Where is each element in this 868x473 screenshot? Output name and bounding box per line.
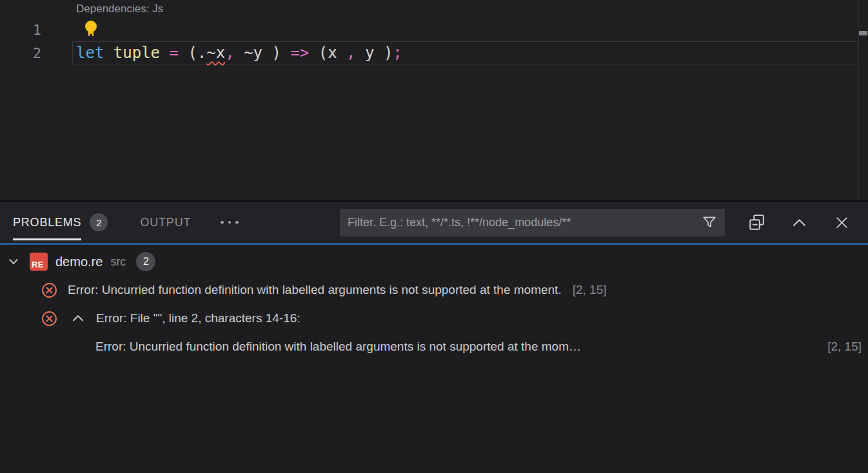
reason-file-icon: RE	[30, 253, 48, 271]
file-problems-count-badge: 2	[136, 252, 155, 271]
problem-row[interactable]: Error: Uncurried function definition wit…	[0, 276, 868, 304]
problem-row[interactable]: Error: File "", line 2, characters 14-16…	[0, 304, 868, 333]
maximize-panel-icon[interactable]	[789, 213, 809, 232]
code-token	[160, 44, 169, 62]
code-token	[104, 44, 113, 62]
code-token	[179, 44, 188, 62]
code-token: ~y )	[235, 44, 291, 62]
problems-file-row[interactable]: RE demo.re src 2	[0, 247, 868, 276]
code-token: (x	[309, 44, 346, 62]
tab-problems[interactable]: PROBLEMS 2	[13, 202, 108, 243]
collapse-all-icon[interactable]	[747, 213, 766, 232]
panel-actions	[747, 213, 851, 232]
code-token: let	[76, 44, 104, 62]
code-token: ,	[346, 44, 355, 62]
filter-input[interactable]	[348, 216, 700, 229]
code-token-error-squiggle: ~x	[206, 44, 225, 62]
code-token: =	[170, 44, 179, 62]
lightbulb-icon[interactable]	[84, 20, 98, 38]
file-path: src	[110, 255, 126, 269]
editor-pane[interactable]: Dependencies: Js 1 2 let tuple = (.~x, ~…	[0, 0, 868, 200]
problem-position: [2, 15]	[827, 340, 868, 354]
code-token: ,	[225, 44, 234, 62]
collapse-multiline-icon[interactable]	[70, 310, 86, 327]
funnel-icon[interactable]	[700, 213, 719, 232]
scrollbar-thumb[interactable]	[859, 31, 867, 35]
more-views-icon[interactable]	[221, 213, 239, 231]
line-number-1[interactable]: 1	[0, 22, 41, 38]
problems-count-badge: 2	[90, 213, 108, 231]
close-panel-icon[interactable]	[832, 213, 851, 232]
tab-output[interactable]: OUTPUT	[140, 202, 191, 243]
problem-position: [2, 15]	[573, 283, 607, 297]
tab-problems-label: PROBLEMS	[13, 202, 81, 243]
problem-message: Error: Uncurried function definition wit…	[95, 340, 581, 354]
problem-row-continuation[interactable]: Error: Uncurried function definition wit…	[0, 333, 868, 361]
error-icon	[41, 310, 58, 327]
file-name: demo.re	[55, 255, 103, 269]
code-token: =>	[290, 44, 309, 62]
line-number-2[interactable]: 2	[0, 45, 41, 61]
code-line[interactable]: let tuple = (.~x, ~y ) => (x , y );	[76, 43, 402, 64]
vscode-window: Dependencies: Js 1 2 let tuple = (.~x, ~…	[0, 0, 868, 473]
reason-file-icon-text: RE	[32, 260, 44, 269]
codelens-link[interactable]: Dependencies: Js	[76, 3, 163, 15]
code-token: (.	[188, 44, 206, 62]
tab-output-label: OUTPUT	[140, 202, 191, 243]
code-token: ;	[393, 44, 402, 62]
error-icon	[41, 282, 58, 299]
problems-filter-box[interactable]	[340, 209, 725, 236]
panel-header: PROBLEMS 2 OUTPUT	[0, 202, 868, 245]
code-token: y )	[356, 44, 393, 62]
chevron-down-icon[interactable]	[6, 255, 21, 269]
problems-panel: RE demo.re src 2 Error: Uncurried functi…	[0, 245, 868, 473]
code-token: tuple	[113, 44, 160, 62]
problem-message: Error: File "", line 2, characters 14-16…	[96, 311, 301, 325]
problem-message: Error: Uncurried function definition wit…	[68, 283, 562, 297]
editor-scrollbar[interactable]	[858, 0, 868, 200]
